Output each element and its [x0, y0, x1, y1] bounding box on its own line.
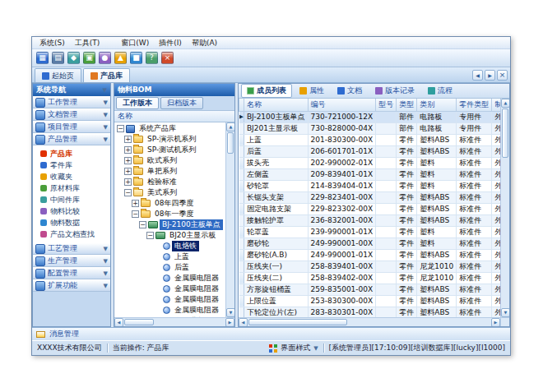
table-row[interactable]: BJ201主显示板730-828000-04X部件电路板专用件外协颗	[239, 122, 501, 134]
tree-horizontal-scrollbar[interactable]	[114, 317, 234, 326]
tab-version-history[interactable]: 版本记录	[369, 84, 420, 98]
tree-node[interactable]: 系统产品库	[114, 123, 225, 134]
help-icon[interactable]: ?	[146, 52, 158, 64]
table-row[interactable]: 后盖206-601701-01X零件塑料ABS标准件外协个	[239, 145, 501, 157]
sidebar-group-extended-functions[interactable]: 扩展功能	[33, 279, 110, 292]
menu-item-window[interactable]: 窗口(W)	[116, 37, 154, 48]
tab-working-version[interactable]: 工作版本	[116, 97, 159, 109]
scroll-left-icon[interactable]	[239, 318, 248, 327]
tree-node[interactable]: 金属膜电阻器	[114, 294, 225, 305]
column-header[interactable]: 类型	[397, 99, 417, 111]
sidebar-item-intermediate-library[interactable]: 中间件库	[33, 194, 110, 205]
menu-item-system[interactable]: 系统(S)	[35, 37, 70, 48]
tree-node[interactable]: BJ-2100主板单点	[114, 219, 225, 230]
scroll-down-icon[interactable]	[226, 308, 235, 317]
tree-vertical-scrollbar[interactable]	[225, 122, 234, 317]
grid-vertical-scrollbar[interactable]	[500, 99, 509, 317]
column-header[interactable]: 名称	[244, 99, 308, 111]
tree-node[interactable]: BJ20主显示板	[114, 230, 225, 241]
expand-icon[interactable]	[124, 136, 132, 143]
calculator-icon[interactable]: ■	[130, 52, 142, 64]
table-row[interactable]: 接触轮护罩236-832001-00X零件塑料ABS标准件外协个	[239, 214, 501, 226]
tree-node[interactable]: 08年一季度	[114, 209, 225, 219]
tab-workflow[interactable]: 流程	[422, 84, 458, 98]
sidebar-item-product-library[interactable]: 产品库	[33, 148, 110, 159]
collapse-icon[interactable]	[139, 221, 146, 228]
table-row[interactable]: 固定电路支架229-823302-00X零件塑料ABS标准件外协个	[239, 203, 501, 214]
tree-node[interactable]: 金属膜电阻器	[114, 284, 225, 294]
sidebar-group-product-management[interactable]: 产品管理	[33, 133, 110, 145]
sidebar-group-production-management[interactable]: 生产管理	[33, 255, 110, 267]
table-row[interactable]: 上限位盖253-830300-00X零件塑料ABS标准件外协个	[239, 295, 501, 307]
row-selector[interactable]	[239, 111, 244, 122]
column-header[interactable]: 制造方式	[492, 99, 500, 111]
tree-column-header[interactable]: 名称	[114, 111, 234, 122]
table-row[interactable]: 上盖201-830300-00X零件塑料ABS标准件外协个	[239, 134, 501, 145]
table-row[interactable]: 拔头壳202-990002-01X零件塑料标准件外协个	[239, 157, 501, 168]
scroll-left-icon[interactable]	[114, 318, 123, 327]
settings-icon[interactable]: ▲	[114, 52, 127, 64]
sidebar-item-material-data[interactable]: 物料数据	[33, 217, 110, 228]
material-icon[interactable]: ●	[99, 52, 111, 64]
chevron-down-icon[interactable]	[103, 87, 107, 94]
table-row[interactable]: 压线夹(一)258-839401-00X零件尼龙1010标准件外协个	[239, 261, 501, 272]
tree-node[interactable]: 金属膜电阻器	[114, 305, 225, 316]
tab-documents[interactable]: 文档	[332, 84, 368, 98]
scroll-up-icon[interactable]	[501, 99, 510, 108]
scroll-right-icon[interactable]	[225, 318, 234, 327]
sidebar-item-product-document-search[interactable]: 产品文档查找	[33, 228, 110, 240]
product-icon[interactable]: ▦	[36, 52, 49, 64]
sidebar-item-material-compare[interactable]: 物料比较	[33, 205, 110, 217]
tab-scroll-right-icon[interactable]	[485, 70, 495, 81]
scroll-right-icon[interactable]	[491, 318, 500, 327]
expand-icon[interactable]	[124, 168, 132, 175]
tree-node[interactable]: 检验标准	[114, 177, 225, 187]
table-row[interactable]: 压线夹(二)258-839402-00X零件尼龙1010标准件外协个	[239, 272, 501, 284]
collapse-icon[interactable]	[124, 189, 132, 196]
ui-style-selector[interactable]: 界面样式	[269, 343, 318, 353]
table-row[interactable]: 下轮定位片(左)283-830301-00X零件塑料ABS标准件外协个	[239, 307, 501, 317]
sidebar-group-document-management[interactable]: 文档管理	[33, 108, 110, 121]
project-icon[interactable]: ◆	[67, 52, 80, 64]
mail-icon[interactable]: ▣	[83, 52, 95, 64]
message-panel-bar[interactable]: 消息管理	[32, 327, 510, 340]
table-row[interactable]: 磨砂轮249-990001-00X零件塑料标准件外协个	[239, 238, 501, 249]
column-header[interactable]: 类别	[417, 99, 457, 111]
scrollbar-thumb[interactable]	[124, 319, 154, 325]
sidebar-item-raw-material-library[interactable]: 原材料库	[33, 182, 110, 194]
exit-icon[interactable]: ×	[161, 52, 174, 64]
tree-node[interactable]: 欧式系列	[114, 155, 225, 166]
tree-node[interactable]: 08年四季度	[114, 198, 225, 209]
scrollbar-thumb[interactable]	[227, 132, 234, 154]
tree-node[interactable]: SP-演示机系列	[114, 134, 225, 145]
table-row[interactable]: 长锯头支架229-823401-00X零件塑料ABS标准件外协个	[239, 191, 501, 203]
table-row[interactable]: 方形旋钮桶盖259-835001-00X零件塑料ABS标准件外协个	[239, 284, 501, 295]
tab-close-icon[interactable]	[497, 70, 508, 81]
expand-icon[interactable]	[124, 157, 132, 164]
scroll-up-icon[interactable]	[226, 122, 235, 131]
tree-node[interactable]: 上盖	[114, 251, 225, 262]
tree-node[interactable]: 电烙铁	[114, 241, 225, 251]
sidebar-item-favorites[interactable]: 收藏夹	[33, 171, 110, 182]
grid-horizontal-scrollbar[interactable]	[239, 317, 500, 326]
tree-node[interactable]: 美式系列	[114, 187, 225, 198]
scroll-down-icon[interactable]	[501, 308, 510, 317]
scrollbar-thumb[interactable]	[248, 319, 347, 325]
table-row[interactable]: 轮罩盖239-990001-01X零件塑料标准件外协个	[239, 226, 501, 238]
sidebar-group-work-management[interactable]: 工作管理	[33, 96, 110, 108]
sidebar-group-process-management[interactable]: 工艺管理	[33, 242, 110, 255]
tab-product-library[interactable]: 产品库	[83, 68, 130, 82]
menu-item-plugins[interactable]: 插件(I)	[154, 37, 187, 48]
sidebar-item-part-library[interactable]: 零件库	[33, 159, 110, 171]
tab-member-list[interactable]: 成员列表	[241, 84, 292, 98]
table-row[interactable]: 砂轮罩214-839404-01X零件塑料标准件外协个	[239, 180, 501, 191]
column-header[interactable]: 编号	[308, 99, 376, 111]
expand-icon[interactable]	[124, 146, 132, 154]
tab-properties[interactable]: 属性	[294, 84, 330, 98]
menu-item-help[interactable]: 帮助(A)	[187, 37, 222, 48]
collapse-icon[interactable]	[146, 232, 154, 239]
table-row[interactable]: BJ-2100主板单点730-721000-12X部件电路板专用件外协颗	[239, 111, 501, 122]
scrollbar-thumb[interactable]	[502, 108, 508, 158]
tree-node[interactable]: SP-测试机系列	[114, 145, 225, 155]
tree-node[interactable]: 单把系列	[114, 166, 225, 177]
